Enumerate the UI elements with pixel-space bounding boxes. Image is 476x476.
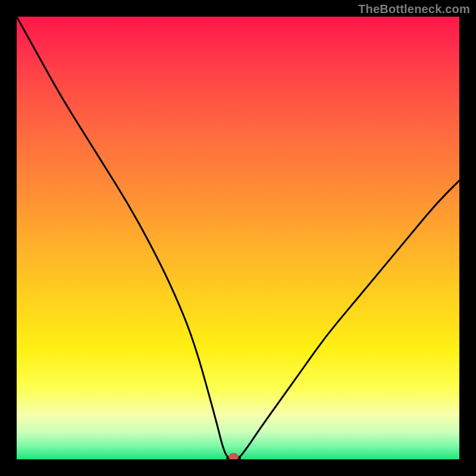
bottleneck-curve-path [17, 17, 459, 459]
chart-frame: TheBottleneck.com [0, 0, 476, 476]
optimal-point-marker [229, 453, 239, 459]
watermark-text: TheBottleneck.com [358, 2, 470, 16]
bottleneck-curve-svg [17, 17, 459, 459]
plot-area [17, 17, 459, 459]
